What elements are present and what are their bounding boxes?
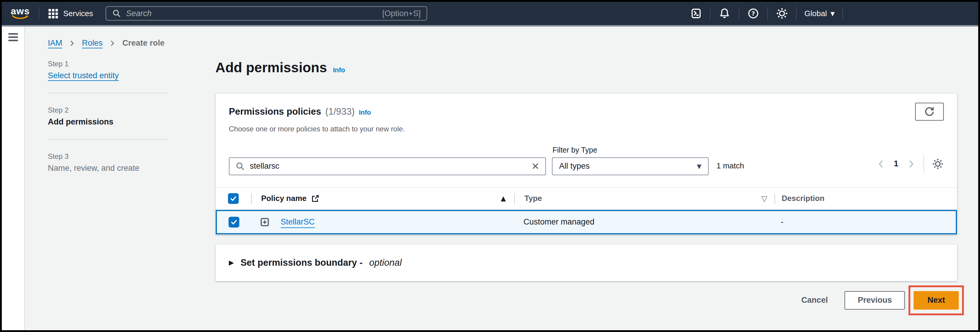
wizard-step-2: Step 2 Add permissions xyxy=(48,106,167,126)
table-row-selected[interactable]: StellarSC Customer managed - xyxy=(216,210,957,234)
policies-table: Policy name ▲ Type xyxy=(216,187,957,234)
wizard-steps-panel: Step 1 Select trusted entity Step 2 Add … xyxy=(48,60,167,315)
nav-search-input[interactable] xyxy=(126,9,377,18)
aws-logo-text: aws xyxy=(11,7,30,15)
dropdown-caret-icon: ▼ xyxy=(697,163,702,170)
nav-right-controls: ? Global ▼ xyxy=(690,7,970,20)
nav-divider xyxy=(842,7,843,20)
policy-name-link[interactable]: StellarSC xyxy=(281,217,315,227)
previous-page-icon[interactable] xyxy=(877,160,886,168)
cloudshell-terminal-icon xyxy=(690,8,702,19)
nav-divider xyxy=(38,7,39,20)
page-info-link[interactable]: Info xyxy=(333,66,345,74)
search-shortcut-hint: [Option+S] xyxy=(382,9,421,18)
search-icon xyxy=(235,161,245,171)
previous-button[interactable]: Previous xyxy=(845,291,905,310)
region-label: Global xyxy=(804,9,827,18)
column-header-description[interactable]: Description xyxy=(775,188,957,209)
step-2-current: Add permissions xyxy=(48,117,167,126)
wizard-step-content: Add permissions Info Permissions policie… xyxy=(215,60,957,315)
check-icon xyxy=(230,218,237,226)
select-all-checkbox[interactable] xyxy=(228,193,239,204)
row-checkbox[interactable] xyxy=(229,217,239,228)
external-link-icon xyxy=(311,194,320,203)
step-divider xyxy=(48,139,167,140)
aws-logo[interactable]: aws xyxy=(11,7,30,20)
step-1-link[interactable]: Select trusted entity xyxy=(48,71,167,80)
settings-button[interactable] xyxy=(776,7,788,20)
breadcrumb: IAM Roles Create role xyxy=(48,38,957,48)
clear-search-icon[interactable]: ✕ xyxy=(531,161,539,171)
wizard-step-1: Step 1 Select trusted entity xyxy=(48,60,167,80)
search-icon xyxy=(112,9,121,18)
gear-icon xyxy=(932,158,944,170)
services-label: Services xyxy=(63,9,93,18)
step-number-label: Step 2 xyxy=(48,106,167,114)
card-title: Permissions policies xyxy=(229,106,321,117)
step-number-label: Step 3 xyxy=(48,152,167,161)
row-description-cell: - xyxy=(775,217,956,227)
breadcrumb-roles-link[interactable]: Roles xyxy=(82,38,103,48)
refresh-button[interactable] xyxy=(915,103,944,121)
expand-caret-icon: ▶ xyxy=(229,259,234,266)
step-divider xyxy=(48,93,167,93)
policy-search-input[interactable] xyxy=(250,161,527,171)
row-type-cell: Customer managed xyxy=(514,217,775,227)
wizard-footer-actions: Cancel Previous Next xyxy=(215,285,957,315)
check-icon xyxy=(230,195,237,202)
annotation-highlight-box: Next xyxy=(908,285,964,315)
permissions-boundary-expander[interactable]: ▶ Set permissions boundary - optional xyxy=(215,244,957,281)
breadcrumb-chevron-icon xyxy=(69,40,75,47)
selected-counter: (1/933) xyxy=(325,106,355,117)
nav-divider xyxy=(738,7,739,20)
column-filter-icon[interactable]: ▽ xyxy=(761,194,767,203)
current-page-number[interactable]: 1 xyxy=(894,159,898,168)
app-window: aws Services [Option+S] xyxy=(0,0,980,332)
sort-ascending-icon[interactable]: ▲ xyxy=(501,194,506,202)
refresh-icon xyxy=(924,106,935,117)
step-3-upcoming: Name, review, and create xyxy=(48,164,167,173)
type-filter-value: All types xyxy=(559,161,590,171)
breadcrumb-chevron-icon xyxy=(109,40,116,47)
boundary-section-title: Set permissions boundary - xyxy=(240,258,363,268)
nav-divider xyxy=(710,7,711,20)
page-title: Add permissions xyxy=(215,60,327,76)
chevron-down-icon: ▼ xyxy=(830,11,835,17)
row-select-cell xyxy=(217,217,251,228)
column-header-type[interactable]: Type ▽ xyxy=(514,188,775,209)
next-button[interactable]: Next xyxy=(913,291,959,310)
permissions-policies-card: Permissions policies (1/933) Info xyxy=(215,93,957,235)
nav-search-box[interactable]: [Option+S] xyxy=(106,6,427,21)
menu-hamburger-icon[interactable] xyxy=(8,33,18,43)
svg-text:?: ? xyxy=(751,10,755,17)
gear-icon xyxy=(776,7,788,20)
pagination: 1 xyxy=(877,155,944,172)
type-filter-dropdown[interactable]: All types ▼ xyxy=(552,157,709,175)
help-button[interactable]: ? xyxy=(747,7,759,20)
services-menu[interactable]: Services xyxy=(47,8,93,19)
expand-policy-icon[interactable] xyxy=(259,217,270,228)
match-count: 1 match xyxy=(716,161,744,171)
aws-smile-icon xyxy=(12,15,29,20)
policy-search-box[interactable]: ✕ xyxy=(229,157,546,175)
question-mark-icon: ? xyxy=(747,7,759,20)
cloudshell-button[interactable] xyxy=(690,8,702,19)
next-page-icon[interactable] xyxy=(907,160,916,168)
breadcrumb-iam-link[interactable]: IAM xyxy=(48,38,62,48)
step-number-label: Step 1 xyxy=(48,60,167,68)
row-policy-cell: StellarSC xyxy=(251,217,514,228)
column-header-policy-name[interactable]: Policy name ▲ xyxy=(251,188,514,209)
region-selector[interactable]: Global ▼ xyxy=(804,9,835,18)
bell-icon xyxy=(718,7,731,20)
card-info-link[interactable]: Info xyxy=(359,109,371,117)
notifications-button[interactable] xyxy=(718,7,731,20)
select-all-cell xyxy=(216,188,251,209)
pagination-divider xyxy=(923,155,924,172)
card-description: Choose one or more policies to attach to… xyxy=(229,125,944,133)
main-content-area: IAM Roles Create role Step 1 Select trus… xyxy=(25,27,978,330)
cancel-button[interactable]: Cancel xyxy=(802,296,828,305)
boundary-optional-label: optional xyxy=(369,258,402,268)
table-preferences-button[interactable] xyxy=(932,158,944,170)
top-navigation-bar: aws Services [Option+S] xyxy=(2,2,978,25)
nav-divider xyxy=(796,7,797,20)
